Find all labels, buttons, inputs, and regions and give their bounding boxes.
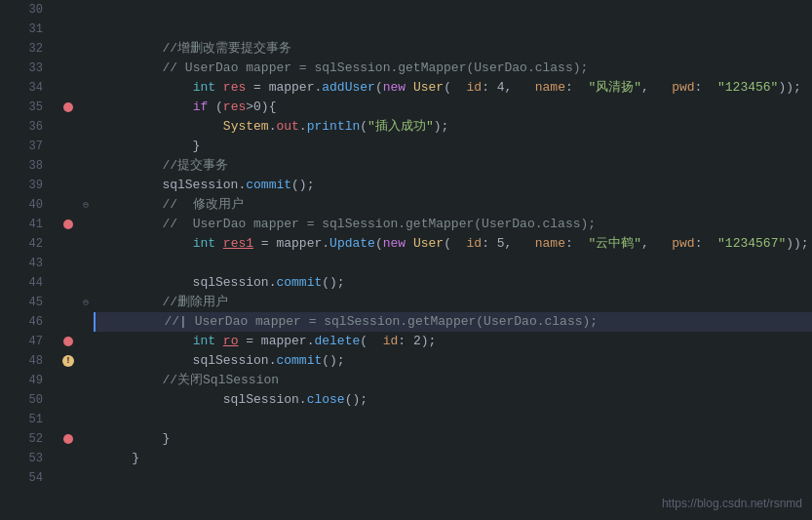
ln-41: 41	[0, 215, 51, 234]
bp-50[interactable]	[58, 390, 78, 410]
code-line-41: // UserDao mapper = sqlSession.getMapper…	[94, 215, 812, 234]
code-line-40: // 修改用户	[94, 195, 812, 215]
bp-45[interactable]	[58, 293, 78, 312]
ln-54: 54	[0, 468, 51, 488]
code-line-51	[94, 410, 812, 429]
bp-40[interactable]	[58, 195, 78, 215]
bp-44[interactable]	[58, 273, 78, 293]
fold-51	[78, 410, 94, 429]
ln-30: 30	[0, 0, 51, 20]
code-line-54	[94, 468, 812, 488]
bp-32[interactable]	[58, 39, 78, 59]
ln-45: 45	[0, 293, 51, 312]
code-line-35: if (res>0){	[94, 98, 812, 117]
bp-41[interactable]	[58, 215, 78, 234]
fold-34	[78, 78, 94, 98]
ln-53: 53	[0, 449, 51, 468]
code-line-50: sqlSession.close();	[94, 390, 812, 410]
fold-38	[78, 156, 94, 176]
ln-31: 31	[0, 20, 51, 39]
fold-35	[78, 98, 94, 117]
ln-43: 43	[0, 254, 51, 273]
fold-31	[78, 20, 94, 39]
breakpoint-dot-47	[63, 337, 73, 346]
bp-48[interactable]: !	[58, 351, 78, 371]
code-line-44: sqlSession.commit();	[94, 273, 812, 293]
fold-area: ⊖ ⊖	[78, 0, 94, 520]
fold-53	[78, 449, 94, 468]
fold-42	[78, 234, 94, 254]
bp-42[interactable]	[58, 234, 78, 254]
fold-36	[78, 117, 94, 137]
code-line-42: int res1 = mapper.Update(new User( id: 5…	[94, 234, 812, 254]
fold-33	[78, 59, 94, 78]
fold-48	[78, 351, 94, 371]
warning-dot-48: !	[62, 355, 74, 367]
bp-34[interactable]	[58, 78, 78, 98]
fold-45[interactable]: ⊖	[78, 293, 94, 312]
fold-40[interactable]: ⊖	[78, 195, 94, 215]
code-lines: //增删改需要提交事务 // UserDao mapper = sqlSessi…	[94, 0, 812, 520]
bp-35[interactable]	[58, 98, 78, 117]
line-number-gutter: 30 31 32 33 34 35 36 37 38 39 40 41 42 4…	[0, 0, 58, 520]
editor-container: 30 31 32 33 34 35 36 37 38 39 40 41 42 4…	[0, 0, 812, 520]
bp-52[interactable]	[58, 429, 78, 449]
breakpoint-area: !	[58, 0, 78, 520]
ln-37: 37	[0, 137, 51, 156]
bp-31[interactable]	[58, 20, 78, 39]
ln-50: 50	[0, 390, 51, 410]
code-line-52: }	[94, 429, 812, 449]
ln-51: 51	[0, 410, 51, 429]
bp-39[interactable]	[58, 176, 78, 195]
ln-46: 46	[0, 312, 51, 332]
fold-43	[78, 254, 94, 273]
bp-47[interactable]	[58, 332, 78, 351]
code-editor: 30 31 32 33 34 35 36 37 38 39 40 41 42 4…	[0, 0, 812, 520]
code-line-31	[94, 20, 812, 39]
breakpoint-dot-41	[63, 220, 73, 229]
bp-49[interactable]	[58, 371, 78, 390]
code-line-45: //删除用户	[94, 293, 812, 312]
bp-30[interactable]	[58, 0, 78, 20]
ln-47: 47	[0, 332, 51, 351]
fold-32	[78, 39, 94, 59]
fold-37	[78, 137, 94, 156]
ln-48: 48	[0, 351, 51, 371]
bp-37[interactable]	[58, 137, 78, 156]
fold-41	[78, 215, 94, 234]
code-line-47: int ro = mapper.delete( id: 2);	[94, 332, 812, 351]
fold-39	[78, 176, 94, 195]
bp-51[interactable]	[58, 410, 78, 429]
watermark: https://blog.csdn.net/rsnmd	[662, 497, 802, 510]
code-line-32: //增删改需要提交事务	[94, 39, 812, 59]
bp-46[interactable]	[58, 312, 78, 332]
code-line-38: //提交事务	[94, 156, 812, 176]
bp-54[interactable]	[58, 468, 78, 488]
fold-49	[78, 371, 94, 390]
breakpoint-dot-35	[63, 102, 73, 112]
bp-43[interactable]	[58, 254, 78, 273]
fold-50	[78, 390, 94, 410]
code-line-30	[94, 0, 812, 20]
fold-54	[78, 468, 94, 488]
code-line-49: //关闭SqlSession	[94, 371, 812, 390]
ln-33: 33	[0, 59, 51, 78]
bp-38[interactable]	[58, 156, 78, 176]
ln-52: 52	[0, 429, 51, 449]
bp-53[interactable]	[58, 449, 78, 468]
code-line-48: sqlSession.commit();	[94, 351, 812, 371]
ln-40: 40	[0, 195, 51, 215]
code-line-36: System.out.println("插入成功");	[94, 117, 812, 137]
bp-36[interactable]	[58, 117, 78, 137]
fold-44	[78, 273, 94, 293]
bp-33[interactable]	[58, 59, 78, 78]
code-line-33: // UserDao mapper = sqlSession.getMapper…	[94, 59, 812, 78]
breakpoint-dot-52	[63, 434, 73, 444]
code-line-53: }	[94, 449, 812, 468]
ln-35: 35	[0, 98, 51, 117]
code-area: 30 31 32 33 34 35 36 37 38 39 40 41 42 4…	[0, 0, 812, 520]
code-line-43	[94, 254, 812, 273]
fold-30	[78, 0, 94, 20]
ln-38: 38	[0, 156, 51, 176]
code-line-46: //| UserDao mapper = sqlSession.getMappe…	[94, 312, 812, 332]
